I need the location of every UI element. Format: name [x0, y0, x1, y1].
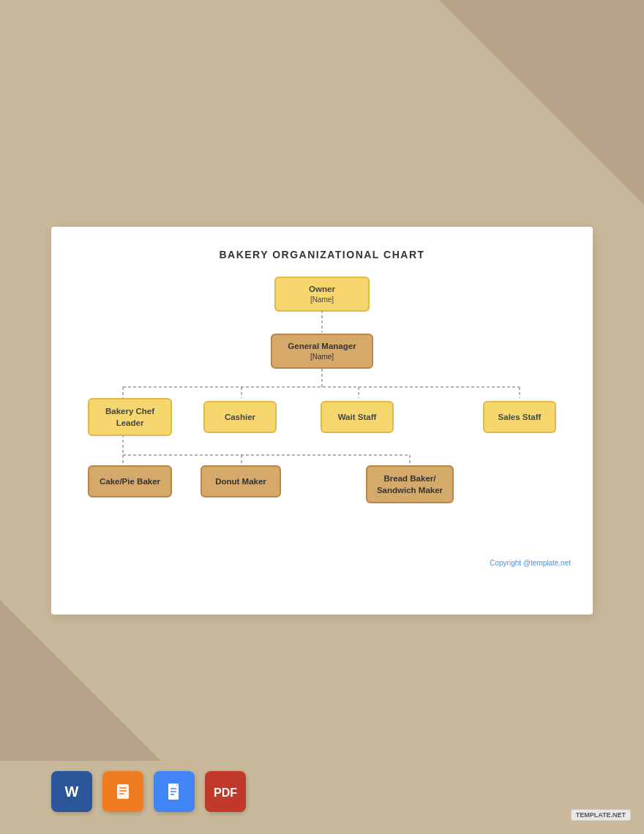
general-manager-node: General Manager [Name] [271, 334, 373, 369]
docs-svg [162, 780, 186, 803]
bottom-icons-bar: W PDF [51, 771, 593, 812]
owner-node: Owner [Name] [274, 277, 370, 312]
bakery-chef-node: Bakery Chef Leader [88, 398, 172, 436]
sales-staff-title: Sales Staff [498, 411, 542, 423]
bread-baker-title: Bread Baker/ [377, 473, 443, 484]
template-badge: TEMPLATE.NET [571, 809, 631, 821]
chart-title: BAKERY ORGANIZATIONAL CHART [73, 249, 571, 260]
cake-pie-title: Cake/Pie Baker [100, 476, 160, 487]
pages-svg [111, 780, 135, 803]
donut-maker-title: Donut Maker [215, 476, 266, 487]
svg-rect-15 [117, 784, 129, 799]
cashier-title: Cashier [225, 411, 255, 423]
owner-title: Owner [309, 283, 335, 295]
gm-name: [Name] [288, 352, 356, 362]
sales-staff-node: Sales Staff [483, 401, 556, 433]
bg-decoration-bottom [0, 600, 161, 761]
copyright-link: @template.net [523, 559, 571, 567]
wait-staff-title: Wait Staff [338, 411, 377, 423]
gm-title: General Manager [288, 340, 356, 352]
docs-icon[interactable] [154, 771, 195, 812]
svg-text:PDF: PDF [214, 786, 237, 799]
cake-pie-node: Cake/Pie Baker [88, 465, 172, 497]
bakery-chef-title: Bakery Chef [105, 405, 154, 417]
donut-maker-node: Donut Maker [201, 465, 281, 497]
pages-icon[interactable] [102, 771, 143, 812]
copyright-text: Copyright [490, 559, 523, 567]
bakery-chef-subtitle: Leader [105, 417, 154, 429]
acrobat-icon[interactable]: PDF [205, 771, 246, 812]
bg-decoration-top [439, 0, 644, 205]
acrobat-svg: PDF [214, 780, 237, 803]
owner-name: [Name] [309, 295, 335, 305]
word-svg: W [60, 780, 83, 803]
bread-baker-subtitle: Sandwich Maker [377, 484, 443, 496]
org-chart: Owner [Name] General Manager [Name] Bake… [73, 274, 571, 552]
word-icon[interactable]: W [51, 771, 92, 812]
cashier-node: Cashier [203, 401, 277, 433]
bread-baker-node: Bread Baker/ Sandwich Maker [366, 465, 454, 503]
svg-text:W: W [65, 784, 79, 800]
wait-staff-node: Wait Staff [321, 401, 394, 433]
copyright: Copyright @template.net [73, 559, 571, 567]
main-card: BAKERY ORGANIZATIONAL CHART [51, 227, 593, 615]
